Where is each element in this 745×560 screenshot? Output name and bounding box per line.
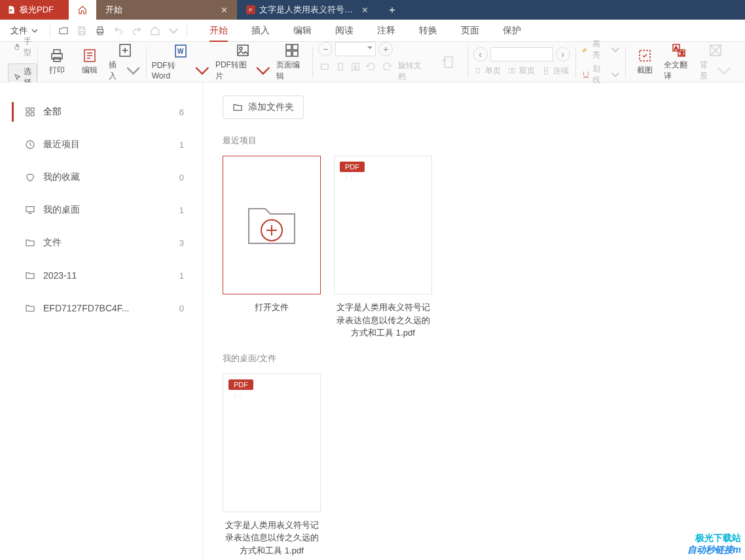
heart-icon [25,172,35,183]
print-icon[interactable] [91,22,109,40]
app-logo-icon: P [7,5,16,14]
folder-icon [25,303,35,313]
background-icon [708,43,723,58]
menu-tab-start[interactable]: 开始 [198,20,240,42]
svg-rect-2 [98,27,103,29]
actual-size-icon[interactable]: 1 [350,60,363,73]
tab-start-close[interactable]: ✕ [221,5,228,15]
sidebar-item-all[interactable]: 全部 6 [0,96,202,128]
open-icon[interactable] [54,22,73,40]
pdf-to-word-tool[interactable]: W PDF转Word [152,43,210,80]
menu-tab-read[interactable]: 阅读 [323,20,365,42]
home-icon [78,5,87,14]
add-folder-button[interactable]: 添加文件夹 [223,96,304,119]
svg-text:A: A [674,45,678,51]
prev-page-button[interactable]: ‹ [473,47,488,61]
svg-rect-5 [54,50,60,54]
hand-mode[interactable]: 手型 [8,33,37,61]
continuous-mode[interactable]: 连续 [541,65,569,77]
insert-tool[interactable]: 插入 [109,43,140,82]
svg-rect-24 [512,68,515,73]
tab-start[interactable]: 开始 ✕ [96,0,237,20]
menu-tab-protect[interactable]: 保护 [491,20,533,42]
svg-rect-21 [445,57,452,67]
rotate-doc-tool[interactable] [435,54,462,70]
svg-rect-22 [476,68,479,73]
next-page-button[interactable]: › [556,47,570,61]
sidebar-item-hash[interactable]: EFD7127FD7BC4F... 0 [0,292,202,324]
tab-document-close[interactable]: ✕ [361,5,369,15]
cursor-icon [14,73,21,80]
word-icon: W [173,43,189,59]
redo-icon[interactable] [128,22,146,40]
tab-home[interactable] [69,0,96,20]
file-card[interactable]: PDF ⋮⋮ 文字是人类用表义符号记录表达信息以传之久远的方式和工具 1.pdf [334,156,432,340]
rotate-left-icon[interactable] [365,60,378,73]
menu-tab-annotate[interactable]: 注释 [365,20,407,42]
zoom-input[interactable] [335,42,376,56]
svg-rect-11 [238,45,248,56]
print-tool[interactable]: 打印 [43,48,71,76]
chevron-down-icon [194,63,210,79]
open-file-card[interactable]: 打开文件 [223,156,321,340]
svg-rect-17 [321,64,329,69]
sidebar-item-month[interactable]: 2023-11 1 [0,259,202,292]
svg-rect-18 [338,63,342,70]
edit-tool[interactable]: 编辑 [76,48,103,76]
section-desktop-title: 我的桌面/文件 [223,353,725,364]
desktop-file-grid: PDF ⋮⋮ 文字是人类用表义符号记录表达信息以传之久远的方式和工具 1.pdf [223,374,725,557]
svg-rect-25 [544,67,547,71]
single-page-mode[interactable]: 单页 [473,65,501,77]
menu-tab-edit[interactable]: 编辑 [282,20,323,42]
svg-rect-15 [286,51,291,56]
svg-rect-33 [26,108,29,111]
fit-width-icon[interactable] [318,60,331,73]
pdf-badge: PDF [228,379,253,390]
double-page-mode[interactable]: 双页 [507,65,535,77]
separator [50,24,50,37]
pdf-doc-icon: P [246,5,255,14]
fit-page-icon[interactable] [334,60,347,73]
svg-point-12 [240,47,242,50]
home-small-icon[interactable] [146,22,164,40]
pdf-to-image-tool[interactable]: PDF转图片 [215,43,271,82]
page-input[interactable] [490,47,553,61]
menu-tab-convert[interactable]: 转换 [407,20,449,42]
file-card[interactable]: PDF ⋮⋮ 文字是人类用表义符号记录表达信息以传之久远的方式和工具 1.pdf [223,374,321,557]
sidebar-item-files[interactable]: 文件 3 [0,226,202,259]
zoom-out-button[interactable]: − [318,42,333,56]
zoom-control: − + 1 旋转文档 [318,42,429,82]
insert-icon [117,43,133,58]
svg-text:P: P [10,9,12,12]
screenshot-icon [637,48,653,63]
open-file-label: 打开文件 [255,301,289,314]
edit-icon [82,48,98,63]
menu-tab-page[interactable]: 页面 [449,20,491,42]
screenshot-tool[interactable]: 截图 [631,48,659,76]
section-recent-title: 最近项目 [223,135,725,147]
chevron-down-icon [611,45,620,54]
tab-document[interactable]: P 文字是人类用表义符号记录... ✕ [237,0,378,20]
clock-icon [25,139,35,150]
page-edit-tool[interactable]: 页面编辑 [276,43,307,82]
save-icon[interactable] [73,22,91,40]
tab-start-label: 开始 [105,4,122,16]
rotate-right-icon[interactable] [380,60,393,73]
tab-add[interactable]: ＋ [378,0,407,20]
svg-rect-35 [26,113,29,116]
rotate-doc-label: 旋转文档 [398,60,429,82]
undo-icon[interactable] [109,22,128,40]
translate-tool[interactable]: A文 全文翻译 [664,43,695,82]
chevron-down-small-icon[interactable] [164,22,183,40]
menu-tab-insert[interactable]: 插入 [240,20,282,42]
hand-icon [14,43,21,50]
folder-icon [25,237,35,248]
sidebar-item-favorites[interactable]: 我的收藏 0 [0,161,202,194]
file-name: 文字是人类用表义符号记录表达信息以传之久远的方式和工具 1.pdf [334,301,432,340]
sidebar-item-desktop[interactable]: 我的桌面 1 [0,194,202,226]
highlight-tool[interactable]: 高亮 [581,39,620,61]
zoom-in-button[interactable]: + [378,42,393,56]
background-tool[interactable]: 背景 [700,43,732,82]
svg-rect-14 [293,44,298,50]
sidebar-item-recent[interactable]: 最近项目 1 [0,128,202,161]
